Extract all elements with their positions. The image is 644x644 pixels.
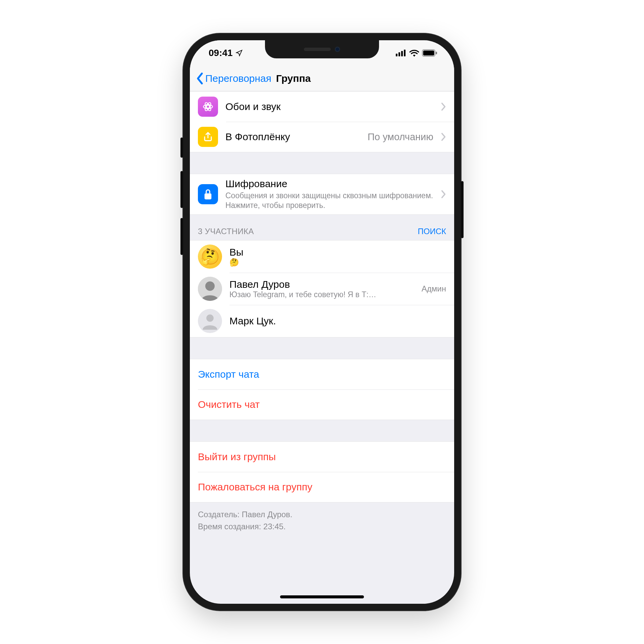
svg-rect-2: [401, 51, 403, 56]
svg-rect-3: [404, 50, 406, 56]
member-row-mark[interactable]: Марк Цук.: [190, 305, 454, 337]
action-label: Экспорт чата: [198, 369, 259, 380]
member-status: 🤔: [229, 258, 446, 267]
member-name: Вы: [229, 247, 446, 258]
export-icon: [198, 127, 218, 147]
row-encryption[interactable]: Шифрование Сообщения и звонки защищены с…: [190, 174, 454, 214]
member-row-pavel[interactable]: Павел Дуров Юзаю Telegram, и тебе совету…: [190, 273, 454, 305]
wallpaper-icon: [198, 97, 218, 117]
battery-icon: [422, 49, 437, 57]
avatar: 🤔: [198, 245, 222, 269]
row-subtitle: Сообщения и звонки защищены сквозным шиф…: [225, 191, 433, 210]
row-wallpaper-sound[interactable]: Обои и звук: [190, 92, 454, 122]
svg-rect-1: [398, 52, 400, 56]
member-row-you[interactable]: 🤔 Вы 🤔: [190, 240, 454, 273]
member-name: Марк Цук.: [229, 315, 446, 327]
footer-info: Создатель: Павел Дуров. Время создания: …: [190, 502, 454, 546]
lock-icon: [198, 184, 218, 204]
chevron-right-icon: [441, 102, 446, 111]
home-indicator[interactable]: [280, 595, 364, 598]
row-value: По умолчанию: [368, 131, 433, 143]
members-count-label: 3 УЧАСТНИКА: [198, 227, 254, 236]
svg-rect-0: [396, 54, 397, 56]
footer-created-at: Время создания: 23:45.: [198, 521, 446, 533]
page-title: Группа: [276, 73, 311, 84]
avatar: [198, 309, 222, 333]
report-group-button[interactable]: Пожаловаться на группу: [190, 472, 454, 502]
chevron-right-icon: [441, 190, 446, 199]
svg-rect-5: [423, 51, 434, 56]
member-role: Админ: [422, 284, 446, 293]
navigation-bar: Переговорная Группа: [190, 66, 454, 91]
location-icon: [235, 49, 243, 57]
svg-point-7: [207, 105, 210, 108]
svg-rect-11: [205, 193, 212, 199]
clear-chat-button[interactable]: Очистить чат: [190, 389, 454, 420]
member-status: Юзаю Telegram, и тебе советую! Я в Т:…: [229, 290, 414, 299]
action-label: Выйти из группы: [198, 451, 276, 463]
wifi-icon: [409, 49, 419, 57]
back-button[interactable]: Переговорная: [196, 72, 271, 85]
avatar: [198, 277, 222, 301]
chevron-right-icon: [441, 132, 446, 141]
action-label: Очистить чат: [198, 399, 260, 410]
row-title: Обои и звук: [225, 101, 433, 112]
svg-rect-6: [436, 52, 437, 54]
status-time: 09:41: [209, 48, 233, 58]
svg-point-14: [206, 315, 214, 322]
svg-point-13: [205, 281, 215, 291]
row-title: Шифрование: [225, 178, 433, 190]
leave-group-button[interactable]: Выйти из группы: [190, 442, 454, 472]
export-chat-button[interactable]: Экспорт чата: [190, 359, 454, 389]
row-save-to-photos[interactable]: В Фотоплёнку По умолчанию: [190, 122, 454, 152]
row-title: В Фотоплёнку: [225, 131, 360, 143]
member-name: Павел Дуров: [229, 279, 414, 290]
chevron-left-icon: [196, 72, 204, 85]
members-header: 3 УЧАСТНИКА ПОИСК: [190, 215, 454, 240]
back-label: Переговорная: [205, 73, 271, 84]
action-label: Пожаловаться на группу: [198, 481, 312, 493]
footer-creator: Создатель: Павел Дуров.: [198, 508, 446, 521]
members-search-button[interactable]: ПОИСК: [418, 227, 446, 236]
cellular-icon: [396, 50, 407, 56]
